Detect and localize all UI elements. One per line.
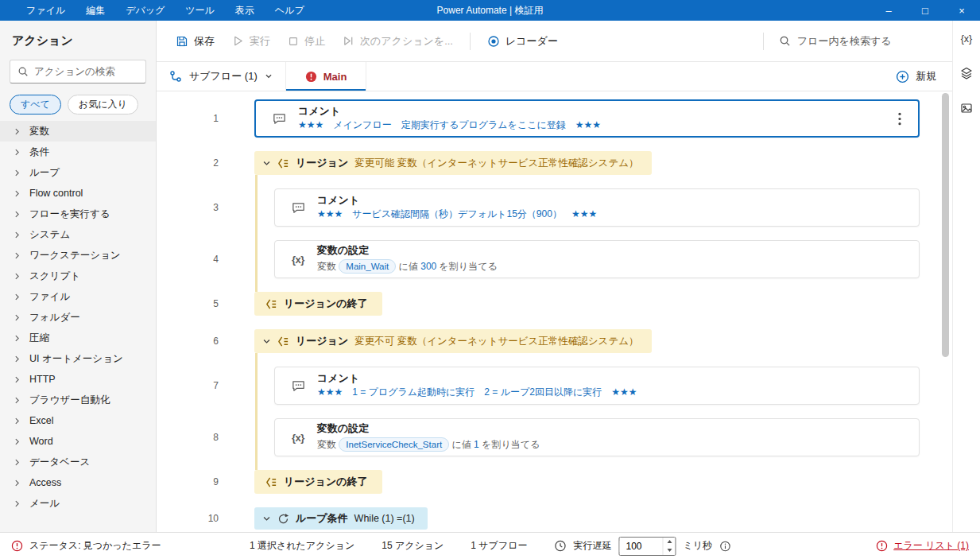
loop-condition-text: While (1) =(1) [354,513,415,524]
sidebar-item[interactable]: フローを実行する [0,204,156,224]
chevron-down-icon[interactable] [262,159,271,168]
sidebar-item[interactable]: 圧縮 [0,328,156,348]
sidebar-item[interactable]: Word [0,431,156,452]
run-button[interactable]: 実行 [224,29,278,54]
sidebar-item[interactable]: メール [0,493,156,514]
right-rail: {x} [952,21,980,532]
action-card-comment[interactable]: コメント★★★ メインフロー 定期実行するプログラムをここに登録 ★★★ [254,99,920,138]
menu-item[interactable]: ファイル [16,0,76,21]
chevron-right-icon [14,355,21,363]
chevron-right-icon [14,500,21,507]
tab-main[interactable]: Main [286,62,367,91]
subflow-selector[interactable]: サブフロー (1) [157,62,286,91]
sidebar-item[interactable]: データベース [0,452,156,472]
minimize-button[interactable]: – [870,0,907,21]
menu-item[interactable]: デバッグ [115,0,175,21]
spinner-up-icon[interactable] [667,540,672,543]
sidebar-item[interactable]: UI オートメーション [0,348,156,369]
chevron-down-icon[interactable] [262,337,271,346]
chevron-right-icon [14,293,21,301]
sidebar-item[interactable]: 条件 [0,142,156,162]
action-card-comment[interactable]: コメント★★★ 1 = プログラム起動時に実行 2 = ループ2回目以降に実行 … [274,367,920,405]
sidebar-item-label: メール [29,497,60,510]
power-automate-window: ファイル編集デバッグツール表示ヘルプ Power Automate | 検証用 … [0,0,980,559]
step-button[interactable]: 次のアクションを... [335,29,461,54]
action-card-set-variable[interactable]: {x}変数の設定変数 InetServiceCheck_Start に値 1 を… [274,418,920,456]
status-text: ステータス: 見つかったエラー [29,539,161,553]
spinner-down-icon[interactable] [667,549,672,552]
action-search-box[interactable] [10,60,146,83]
chevron-right-icon [14,128,21,135]
sidebar-item-label: スクリプト [29,270,80,283]
region-end[interactable]: リージョンの終了 [254,470,382,494]
sidebar-item[interactable]: スクリプト [0,266,156,286]
menu-item[interactable]: 編集 [76,0,115,21]
sidebar-item[interactable]: ブラウザー自動化 [0,390,156,410]
menu-item[interactable]: ツール [175,0,225,21]
images-pane-button[interactable] [960,102,973,115]
info-icon[interactable] [719,541,730,552]
sidebar-item[interactable]: ループ [0,162,156,183]
loop-condition[interactable]: ループ条件While (1) =(1) [254,507,428,530]
row-number: 10 [157,513,219,524]
variables-pane-button[interactable]: {x} [961,33,973,45]
action-search-input[interactable] [34,66,138,77]
error-list-link[interactable]: エラー リスト (1) [876,539,969,553]
stop-button[interactable]: 停止 [280,29,333,54]
sidebar-item[interactable]: Excel [0,410,156,431]
flow-row: 5リージョンの終了 [157,292,952,316]
new-subflow-button[interactable]: 新規 [880,62,952,91]
sidebar-item-label: ワークステーション [29,249,121,262]
variable-pill[interactable]: Main_Wait [339,259,396,274]
row-number: 3 [157,202,219,213]
close-button[interactable]: × [943,0,980,21]
sidebar-item[interactable]: ワークステーション [0,245,156,266]
chevron-right-icon [14,211,21,218]
statusbar: ステータス: 見つかったエラー 1 選択されたアクション 15 アクション 1 … [0,532,980,559]
sidebar-item[interactable]: Flow control [0,183,156,204]
sidebar-item[interactable]: ファイル [0,286,156,307]
delay-spinner[interactable] [662,538,675,555]
region-icon [265,476,277,488]
ui-elements-pane-button[interactable] [960,67,973,80]
stop-icon [288,36,299,47]
variable-icon: {x} [289,432,307,444]
row-number: 5 [157,298,219,309]
search-icon [17,66,29,77]
delay-input[interactable] [619,541,662,552]
action-card-comment[interactable]: コメント★★★ サービス確認間隔（秒）デフォルト15分（900） ★★★ [274,188,920,227]
chevron-right-icon [14,376,21,383]
region-start[interactable]: リージョン変更不可 変数（インターネットサービス正常性確認システム） [254,329,652,353]
delay-label: 実行遅延 [573,539,611,553]
region-end[interactable]: リージョンの終了 [254,292,382,316]
filter-all-pill[interactable]: すべて [10,95,61,115]
status-message: ステータス: 見つかったエラー [11,539,161,553]
sidebar-item[interactable]: HTTP [0,369,156,390]
action-card-set-variable[interactable]: {x}変数の設定変数 Main_Wait に値 300 を割り当てる [274,240,920,278]
action-menu-button[interactable] [891,112,908,126]
chevron-right-icon [14,417,21,425]
row-number: 7 [157,380,219,391]
sidebar-item[interactable]: 変数 [0,121,156,142]
canvas-scrollbar[interactable] [942,93,949,357]
chevron-down-icon[interactable] [262,514,271,523]
sidebar-item[interactable]: システム [0,224,156,245]
filter-favorites-pill[interactable]: お気に入り [68,95,138,115]
sidebar-item[interactable]: Access [0,472,156,493]
menu-item[interactable]: 表示 [225,0,265,21]
action-subtitle: 変数 Main_Wait に値 300 を割り当てる [317,259,909,274]
row-number: 2 [157,157,219,169]
flow-search-box[interactable] [773,35,941,47]
recorder-button[interactable]: レコーダー [479,29,566,54]
region-start[interactable]: リージョン変更可能 変数（インターネットサービス正常性確認システム） [254,151,652,175]
flow-rows: 1コメント★★★ メインフロー 定期実行するプログラムをここに登録 ★★★2リー… [157,99,952,530]
save-button[interactable]: 保存 [168,29,223,54]
comment-icon [289,378,307,394]
variable-pill[interactable]: InetServiceCheck_Start [339,437,449,452]
flow-search-input[interactable] [797,35,935,47]
menu-item[interactable]: ヘルプ [265,0,315,21]
region-name: 変更不可 変数（インターネットサービス正常性確認システム） [354,335,638,348]
chevron-right-icon [14,273,21,280]
sidebar-item[interactable]: フォルダー [0,307,156,328]
maximize-button[interactable]: □ [907,0,943,21]
